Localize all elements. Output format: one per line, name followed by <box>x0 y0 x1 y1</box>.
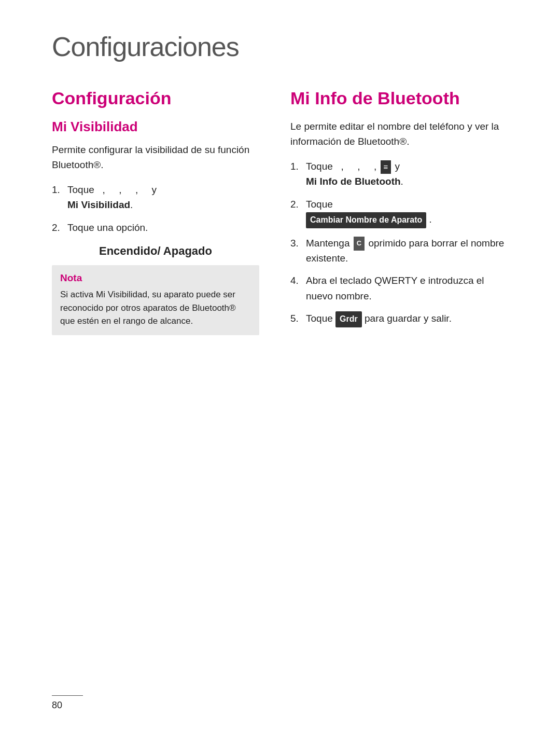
page-title: Configuraciones <box>52 31 519 62</box>
page-footer: 80 <box>52 695 519 711</box>
step-4-right-number: 4. <box>290 273 303 304</box>
encendido-heading: Encendido/ Apagado <box>52 244 259 258</box>
footer-divider <box>52 695 83 696</box>
menu-icon <box>381 160 391 174</box>
clear-icon: C <box>354 237 365 250</box>
step-1-right-toque: Toque , , , <box>306 161 376 172</box>
content-columns: Configuración Mi Visibilidad Permite con… <box>52 88 519 335</box>
step-1-content: Toque , , , y Mi Visibilidad. <box>67 182 259 213</box>
step-3-right-number: 3. <box>290 236 303 266</box>
step-1-right: 1. Toque , , , y Mi Info de Bluetooth. <box>290 159 508 189</box>
step-2-number: 2. <box>52 220 64 235</box>
page-container: Configuraciones Configuración Mi Visibil… <box>0 0 560 377</box>
step-1-right-y: y <box>395 161 400 172</box>
step-5-right: 5. Toque Grdr para guardar y salir. <box>290 311 508 327</box>
step-4-right: 4. Abra el teclado QWERTY e introduzca e… <box>290 273 508 304</box>
step-5-suffix: para guardar y salir. <box>365 313 452 324</box>
right-section-title: Mi Info de Bluetooth <box>290 88 508 108</box>
step-1-right-number: 1. <box>290 159 303 189</box>
visibilidad-description: Permite configurar la visibilidad de su … <box>52 142 259 173</box>
step-1-right-label: Mi Info de Bluetooth <box>306 176 401 187</box>
left-column: Configuración Mi Visibilidad Permite con… <box>52 88 259 335</box>
step-3-right-content: Mantenga C oprimido para borrar el nombr… <box>306 236 508 266</box>
left-section-title: Configuración <box>52 88 259 108</box>
step-1-label: Mi Visibilidad <box>67 199 130 210</box>
step-2-right-toque: Toque <box>306 199 333 210</box>
step-4-right-content: Abra el teclado QWERTY e introduzca el n… <box>306 273 508 304</box>
step-3-mantenga: Mantenga <box>306 238 353 249</box>
step-3-right: 3. Mantenga C oprimido para borrar el no… <box>290 236 508 266</box>
bluetooth-info-description: Le permite editar el nombre del teléfono… <box>290 119 508 149</box>
nota-title: Nota <box>60 272 251 284</box>
grdr-button: Grdr <box>335 311 362 327</box>
step-5-right-number: 5. <box>290 311 303 327</box>
cambiar-nombre-button: Cambiar Nombre de Aparato <box>306 212 426 228</box>
step-2-right-dot: . <box>426 214 432 225</box>
step-1-right-content: Toque , , , y Mi Info de Bluetooth. <box>306 159 508 189</box>
step-2-left: 2. Toque una opción. <box>52 220 259 235</box>
step-5-toque: Toque <box>306 313 335 324</box>
step-2-right-content: Toque Cambiar Nombre de Aparato . <box>306 197 508 228</box>
step-1-left: 1. Toque , , , y Mi Visibilidad. <box>52 182 259 213</box>
step-1-number: 1. <box>52 182 64 213</box>
step-5-right-content: Toque Grdr para guardar y salir. <box>306 311 508 327</box>
nota-box: Nota Si activa Mi Visibilidad, su aparat… <box>52 265 259 335</box>
page-number: 80 <box>52 700 62 710</box>
step-2-content: Toque una opción. <box>67 220 259 235</box>
step-2-right: 2. Toque Cambiar Nombre de Aparato . <box>290 197 508 228</box>
right-column: Mi Info de Bluetooth Le permite editar e… <box>290 88 508 335</box>
mi-visibilidad-title: Mi Visibilidad <box>52 119 259 135</box>
step-1-toque: Toque , , , y <box>67 184 157 195</box>
nota-text: Si activa Mi Visibilidad, su aparato pue… <box>60 288 251 328</box>
step-2-right-number: 2. <box>290 197 303 228</box>
